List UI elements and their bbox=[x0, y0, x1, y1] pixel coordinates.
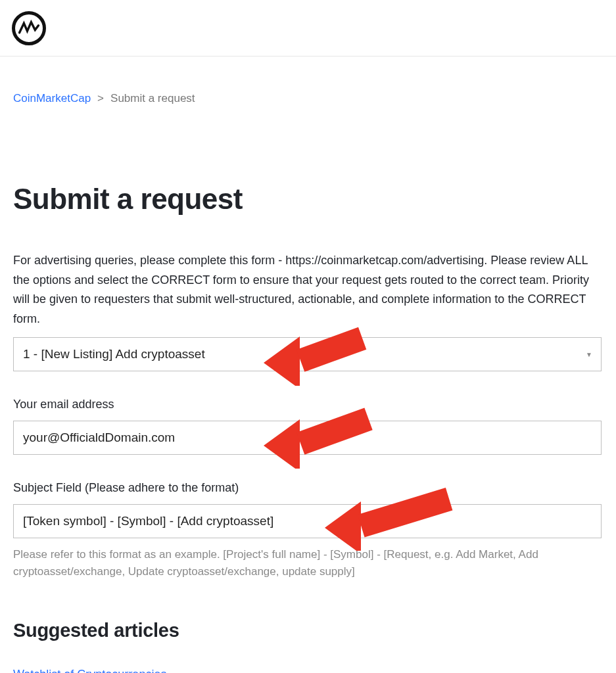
subject-field[interactable] bbox=[13, 504, 602, 538]
subject-label: Subject Field (Please adhere to the form… bbox=[13, 481, 603, 495]
breadcrumb-separator: > bbox=[97, 92, 104, 105]
coinmarketcap-logo-icon bbox=[12, 11, 46, 45]
request-type-select[interactable] bbox=[13, 337, 602, 371]
suggested-link-watchlist[interactable]: Watchlist of Cryptocurrencies bbox=[13, 668, 603, 673]
intro-text: For advertising queries, please complete… bbox=[13, 251, 603, 329]
logo-link[interactable] bbox=[12, 11, 46, 45]
suggested-articles-heading: Suggested articles bbox=[13, 620, 603, 641]
page-title: Submit a request bbox=[13, 183, 603, 216]
email-field[interactable] bbox=[13, 421, 602, 455]
suggested-articles-list: Watchlist of Cryptocurrencies Sector-Spe… bbox=[13, 668, 603, 673]
breadcrumb-home-link[interactable]: CoinMarketCap bbox=[13, 92, 91, 105]
email-label: Your email address bbox=[13, 398, 603, 411]
breadcrumb-current: Submit a request bbox=[110, 92, 195, 105]
breadcrumb: CoinMarketCap > Submit a request bbox=[13, 57, 603, 105]
app-header bbox=[0, 0, 616, 57]
subject-help-text: Please refer to this format as an exampl… bbox=[13, 546, 602, 581]
